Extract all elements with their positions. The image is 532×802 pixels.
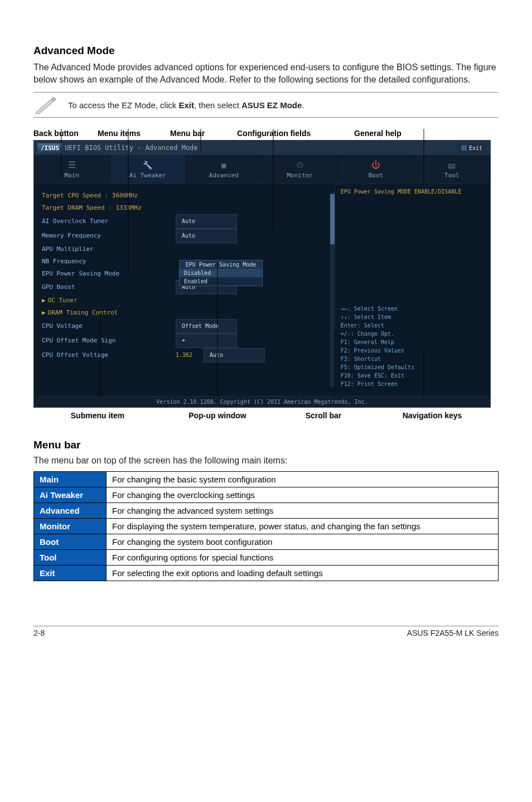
general-help-text: EPU Power Saving MODE ENABLE/DISABLE xyxy=(335,184,490,299)
table-row: ToolFor configuring options for special … xyxy=(34,550,499,566)
cell-advanced-desc: For changing the advanced system setting… xyxy=(107,503,499,519)
cell-tweaker: Ai Tweaker xyxy=(34,487,107,503)
popup-option-enabled[interactable]: Enabled xyxy=(180,277,262,286)
cell-tool-desc: For configuring options for special func… xyxy=(107,550,499,566)
tab-main[interactable]: ☰Main xyxy=(34,155,110,183)
heading-menu-bar: Menu bar xyxy=(33,439,499,451)
table-row: BootFor changing the system boot configu… xyxy=(34,534,499,550)
value-offset-sign[interactable]: + xyxy=(176,334,237,348)
setting-apu-multiplier[interactable]: APU Multiplier xyxy=(42,243,176,255)
svg-marker-0 xyxy=(36,99,54,114)
popup-title: EPU Power Saving Mode xyxy=(180,260,262,269)
pencil-icon xyxy=(33,95,58,115)
setting-target-dram: Target DRAM Speed : 1333MHz xyxy=(42,202,176,214)
label-submenu-item: Submenu item xyxy=(33,411,162,420)
label-menu-items: Menu items xyxy=(98,129,170,138)
menubar-table: MainFor changing the basic system config… xyxy=(33,471,499,581)
cell-advanced: Advanced xyxy=(34,503,107,519)
setting-target-cpu: Target CPU Speed : 3600MHz xyxy=(42,190,176,202)
submenu-oc-tuner[interactable]: ▶OC Tuner xyxy=(42,294,329,307)
cell-main-desc: For changing the basic system configurat… xyxy=(107,472,499,487)
label-general-help: General help xyxy=(354,129,438,138)
table-row: MonitorFor displaying the system tempera… xyxy=(34,519,499,534)
label-config-fields: Configuration fields xyxy=(237,129,354,138)
bios-title: UEFI BIOS Utility - Advanced Mode xyxy=(65,144,197,152)
list-icon: ☰ xyxy=(66,161,78,170)
value-memory-frequency[interactable]: Auto xyxy=(176,229,237,243)
table-row: ExitFor selecting the exit options and l… xyxy=(34,566,499,581)
scroll-bar[interactable] xyxy=(330,192,336,387)
label-navigation-keys: Navigation keys xyxy=(374,411,491,420)
top-callout-labels: Back button Menu items Menu bar Configur… xyxy=(33,129,499,138)
chevron-right-icon: ▶ xyxy=(42,297,46,304)
cell-boot: Boot xyxy=(34,534,107,550)
cell-tool: Tool xyxy=(34,550,107,566)
value-offset-voltage[interactable]: Auto xyxy=(204,348,265,363)
chevron-right-icon: ▶ xyxy=(42,309,46,316)
setting-epu-mode[interactable]: EPU Power Saving Mode xyxy=(42,268,176,280)
chip-icon: ▣ xyxy=(217,161,230,170)
monitor-icon: ⏲ xyxy=(294,161,306,170)
exit-button[interactable]: Exit xyxy=(457,143,487,153)
label-popup-window: Pop-up window xyxy=(162,411,273,420)
tab-tool[interactable]: 🖴Tool xyxy=(414,155,490,183)
bottom-callout-labels: Submenu item Pop-up window Scroll bar Na… xyxy=(33,411,499,420)
heading-advanced-mode: Advanced Mode xyxy=(33,45,499,57)
setting-gpu-boost[interactable]: GPU Boost xyxy=(42,281,176,293)
tab-boot[interactable]: ⏻Boot xyxy=(338,155,414,183)
cell-monitor-desc: For displaying the system temperature, p… xyxy=(107,519,499,534)
setting-offset-sign[interactable]: CPU Offset Mode Sign xyxy=(42,335,176,347)
exit-icon xyxy=(461,145,467,151)
setting-memory-frequency[interactable]: Memory Frequency xyxy=(42,230,176,242)
cell-exit-desc: For selecting the exit options and loadi… xyxy=(107,566,499,581)
value-overclock-tuner[interactable]: Auto xyxy=(176,214,237,229)
cell-boot-desc: For changing the system boot configurati… xyxy=(107,534,499,550)
menubar-intro: The menu bar on top of the screen has th… xyxy=(33,456,499,466)
submenu-dram-timing[interactable]: ▶DRAM Timing Control xyxy=(42,307,329,319)
value-offset-voltage-num: 1.362 xyxy=(176,349,204,361)
cell-exit: Exit xyxy=(34,566,107,581)
label-menu-bar: Menu bar xyxy=(170,129,237,138)
label-back-button: Back button xyxy=(33,129,98,138)
note-box: To access the EZ Mode, click Exit, then … xyxy=(33,92,499,118)
table-row: MainFor changing the basic system config… xyxy=(34,472,499,487)
setting-overclock-tuner[interactable]: AI Overclock Tuner xyxy=(42,215,176,228)
page-number: 2-8 xyxy=(33,629,45,637)
product-name: ASUS F2A55-M LK Series xyxy=(407,629,499,637)
page-footer: 2-8 ASUS F2A55-M LK Series xyxy=(33,626,499,637)
bios-tab-bar: ☰Main 🔧Ai Tweaker ▣Advanced ⏲Monitor ⏻Bo… xyxy=(34,155,490,184)
asus-logo: /ISUS xyxy=(37,143,62,153)
cell-tweaker-desc: For changing the overclocking settings xyxy=(107,487,499,503)
cell-monitor: Monitor xyxy=(34,519,107,534)
table-row: Ai TweakerFor changing the overclocking … xyxy=(34,487,499,503)
intro-paragraph: The Advanced Mode provides advanced opti… xyxy=(33,61,499,85)
setting-cpu-voltage[interactable]: CPU Voltage xyxy=(42,320,176,332)
cell-main: Main xyxy=(34,472,107,487)
tab-monitor[interactable]: ⏲Monitor xyxy=(262,155,338,183)
value-cpu-voltage[interactable]: Offset Mode xyxy=(176,319,237,334)
tab-ai-tweaker[interactable]: 🔧Ai Tweaker xyxy=(110,155,186,183)
wrench-icon: 🔧 xyxy=(142,161,154,170)
note-text: To access the EZ Mode, click Exit, then … xyxy=(68,99,304,111)
power-icon: ⏻ xyxy=(370,161,382,170)
popup-option-disabled[interactable]: Disabled xyxy=(180,269,262,277)
popup-window: EPU Power Saving Mode Disabled Enabled xyxy=(179,260,263,286)
bios-footer: Version 2.10.1208. Copyright (C) 2011 Am… xyxy=(34,396,490,407)
setting-nb-frequency[interactable]: NB Frequency xyxy=(42,255,176,268)
navigation-keys: →←: Select Screen ↑↓: Select Item Enter:… xyxy=(335,299,490,396)
bios-screenshot: /ISUS UEFI BIOS Utility - Advanced Mode … xyxy=(33,140,491,408)
label-scroll-bar: Scroll bar xyxy=(273,411,374,420)
tab-advanced[interactable]: ▣Advanced xyxy=(186,155,262,183)
table-row: AdvancedFor changing the advanced system… xyxy=(34,503,499,519)
tool-icon: 🖴 xyxy=(446,161,458,170)
setting-offset-voltage[interactable]: CPU Offset Voltage xyxy=(42,349,176,361)
